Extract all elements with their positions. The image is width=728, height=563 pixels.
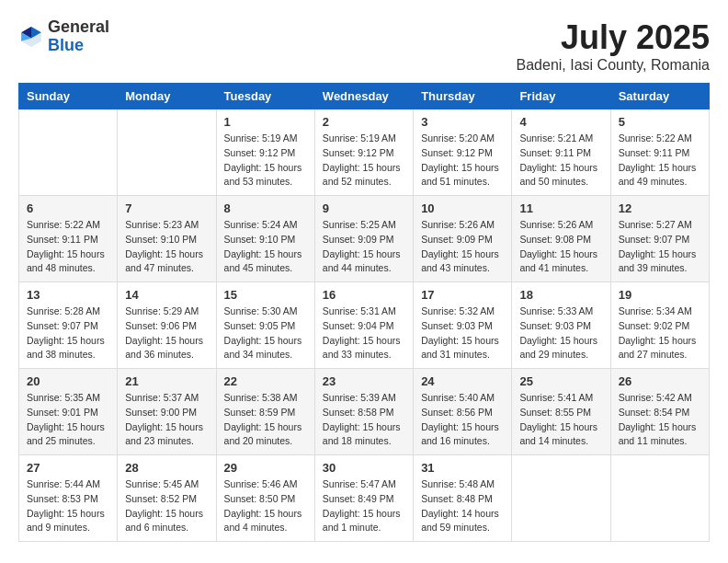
calendar-cell: 11Sunrise: 5:26 AMSunset: 9:08 PMDayligh… <box>512 196 610 282</box>
day-info: Sunrise: 5:22 AMSunset: 9:11 PMDaylight:… <box>27 218 109 276</box>
day-info: Sunrise: 5:29 AMSunset: 9:06 PMDaylight:… <box>125 304 208 362</box>
day-info: Sunrise: 5:22 AMSunset: 9:11 PMDaylight:… <box>619 132 701 190</box>
day-info: Sunrise: 5:19 AMSunset: 9:12 PMDaylight:… <box>323 132 405 190</box>
calendar-week-row: 1Sunrise: 5:19 AMSunset: 9:12 PMDaylight… <box>19 109 710 196</box>
day-number: 19 <box>619 288 701 302</box>
calendar-cell: 15Sunrise: 5:30 AMSunset: 9:05 PMDayligh… <box>216 282 314 369</box>
logo: General Blue <box>18 18 109 55</box>
month-year: July 2025 <box>517 18 710 57</box>
day-info: Sunrise: 5:26 AMSunset: 9:08 PMDaylight:… <box>519 218 602 276</box>
calendar-cell: 30Sunrise: 5:47 AMSunset: 8:49 PMDayligh… <box>314 455 413 542</box>
calendar-cell: 1Sunrise: 5:19 AMSunset: 9:12 PMDaylight… <box>216 109 314 196</box>
day-number: 1 <box>224 115 307 129</box>
day-number: 7 <box>125 201 208 215</box>
day-number: 8 <box>224 201 307 215</box>
logo-icon <box>18 24 44 50</box>
day-info: Sunrise: 5:25 AMSunset: 9:09 PMDaylight:… <box>323 218 405 276</box>
day-number: 12 <box>619 201 701 215</box>
calendar-cell <box>512 455 610 542</box>
location: Badeni, Iasi County, Romania <box>517 57 710 74</box>
calendar-cell: 25Sunrise: 5:41 AMSunset: 8:55 PMDayligh… <box>512 369 610 455</box>
calendar-week-row: 27Sunrise: 5:44 AMSunset: 8:53 PMDayligh… <box>19 455 710 542</box>
day-number: 29 <box>224 461 307 475</box>
day-number: 30 <box>323 461 405 475</box>
day-number: 26 <box>619 374 701 388</box>
day-info: Sunrise: 5:40 AMSunset: 8:56 PMDaylight:… <box>421 391 504 449</box>
day-number: 17 <box>421 288 504 302</box>
calendar-cell: 29Sunrise: 5:46 AMSunset: 8:50 PMDayligh… <box>216 455 314 542</box>
day-info: Sunrise: 5:26 AMSunset: 9:09 PMDaylight:… <box>421 218 504 276</box>
header: General Blue July 2025 Badeni, Iasi Coun… <box>18 18 710 74</box>
day-info: Sunrise: 5:23 AMSunset: 9:10 PMDaylight:… <box>125 218 208 276</box>
calendar-cell: 6Sunrise: 5:22 AMSunset: 9:11 PMDaylight… <box>19 196 118 282</box>
day-number: 23 <box>323 374 405 388</box>
day-number: 22 <box>224 374 307 388</box>
day-info: Sunrise: 5:30 AMSunset: 9:05 PMDaylight:… <box>224 304 307 362</box>
day-info: Sunrise: 5:44 AMSunset: 8:53 PMDaylight:… <box>27 477 109 535</box>
calendar-cell <box>19 109 118 196</box>
day-number: 15 <box>224 288 307 302</box>
day-number: 5 <box>619 115 701 129</box>
logo-text: General Blue <box>48 18 109 55</box>
calendar-cell: 31Sunrise: 5:48 AMSunset: 8:48 PMDayligh… <box>414 455 512 542</box>
day-number: 6 <box>27 201 109 215</box>
calendar-cell: 12Sunrise: 5:27 AMSunset: 9:07 PMDayligh… <box>610 196 709 282</box>
calendar-cell: 20Sunrise: 5:35 AMSunset: 9:01 PMDayligh… <box>19 369 118 455</box>
day-info: Sunrise: 5:38 AMSunset: 8:59 PMDaylight:… <box>224 391 307 449</box>
calendar-week-row: 20Sunrise: 5:35 AMSunset: 9:01 PMDayligh… <box>19 369 710 455</box>
calendar-cell: 2Sunrise: 5:19 AMSunset: 9:12 PMDaylight… <box>314 109 413 196</box>
calendar-cell: 21Sunrise: 5:37 AMSunset: 9:00 PMDayligh… <box>118 369 216 455</box>
weekday-header: Wednesday <box>314 84 413 109</box>
logo-general-text: General <box>48 17 109 36</box>
day-info: Sunrise: 5:47 AMSunset: 8:49 PMDaylight:… <box>323 477 405 535</box>
day-number: 31 <box>421 461 504 475</box>
day-info: Sunrise: 5:42 AMSunset: 8:54 PMDaylight:… <box>619 391 701 449</box>
calendar-body: 1Sunrise: 5:19 AMSunset: 9:12 PMDaylight… <box>19 109 710 542</box>
day-number: 28 <box>125 461 208 475</box>
calendar-cell: 10Sunrise: 5:26 AMSunset: 9:09 PMDayligh… <box>414 196 512 282</box>
calendar-cell: 16Sunrise: 5:31 AMSunset: 9:04 PMDayligh… <box>314 282 413 369</box>
day-number: 18 <box>519 288 602 302</box>
day-info: Sunrise: 5:46 AMSunset: 8:50 PMDaylight:… <box>224 477 307 535</box>
day-info: Sunrise: 5:20 AMSunset: 9:12 PMDaylight:… <box>421 132 504 190</box>
calendar-cell: 18Sunrise: 5:33 AMSunset: 9:03 PMDayligh… <box>512 282 610 369</box>
calendar-week-row: 13Sunrise: 5:28 AMSunset: 9:07 PMDayligh… <box>19 282 710 369</box>
day-number: 10 <box>421 201 504 215</box>
day-number: 14 <box>125 288 208 302</box>
weekday-header: Friday <box>512 84 610 109</box>
logo-blue-text: Blue <box>48 36 84 54</box>
day-info: Sunrise: 5:32 AMSunset: 9:03 PMDaylight:… <box>421 304 504 362</box>
day-info: Sunrise: 5:24 AMSunset: 9:10 PMDaylight:… <box>224 218 307 276</box>
title-area: July 2025 Badeni, Iasi County, Romania <box>517 18 710 74</box>
day-info: Sunrise: 5:39 AMSunset: 8:58 PMDaylight:… <box>323 391 405 449</box>
day-info: Sunrise: 5:45 AMSunset: 8:52 PMDaylight:… <box>125 477 208 535</box>
calendar-cell: 9Sunrise: 5:25 AMSunset: 9:09 PMDaylight… <box>314 196 413 282</box>
calendar-cell: 24Sunrise: 5:40 AMSunset: 8:56 PMDayligh… <box>414 369 512 455</box>
weekday-header: Thursday <box>414 84 512 109</box>
calendar-cell: 4Sunrise: 5:21 AMSunset: 9:11 PMDaylight… <box>512 109 610 196</box>
calendar-cell: 14Sunrise: 5:29 AMSunset: 9:06 PMDayligh… <box>118 282 216 369</box>
day-number: 11 <box>519 201 602 215</box>
calendar-cell <box>118 109 216 196</box>
calendar-cell: 22Sunrise: 5:38 AMSunset: 8:59 PMDayligh… <box>216 369 314 455</box>
weekday-header: Sunday <box>19 84 118 109</box>
calendar-cell: 28Sunrise: 5:45 AMSunset: 8:52 PMDayligh… <box>118 455 216 542</box>
weekday-row: SundayMondayTuesdayWednesdayThursdayFrid… <box>19 84 710 109</box>
day-info: Sunrise: 5:33 AMSunset: 9:03 PMDaylight:… <box>519 304 602 362</box>
day-number: 9 <box>323 201 405 215</box>
day-info: Sunrise: 5:41 AMSunset: 8:55 PMDaylight:… <box>519 391 602 449</box>
day-number: 4 <box>519 115 602 129</box>
calendar-header: SundayMondayTuesdayWednesdayThursdayFrid… <box>19 84 710 109</box>
calendar-cell: 3Sunrise: 5:20 AMSunset: 9:12 PMDaylight… <box>414 109 512 196</box>
day-number: 24 <box>421 374 504 388</box>
day-number: 25 <box>519 374 602 388</box>
calendar-cell: 26Sunrise: 5:42 AMSunset: 8:54 PMDayligh… <box>610 369 709 455</box>
calendar-cell: 23Sunrise: 5:39 AMSunset: 8:58 PMDayligh… <box>314 369 413 455</box>
calendar-cell: 7Sunrise: 5:23 AMSunset: 9:10 PMDaylight… <box>118 196 216 282</box>
weekday-header: Monday <box>118 84 216 109</box>
calendar-week-row: 6Sunrise: 5:22 AMSunset: 9:11 PMDaylight… <box>19 196 710 282</box>
day-number: 21 <box>125 374 208 388</box>
weekday-header: Tuesday <box>216 84 314 109</box>
calendar-cell: 27Sunrise: 5:44 AMSunset: 8:53 PMDayligh… <box>19 455 118 542</box>
calendar: SundayMondayTuesdayWednesdayThursdayFrid… <box>18 83 710 542</box>
